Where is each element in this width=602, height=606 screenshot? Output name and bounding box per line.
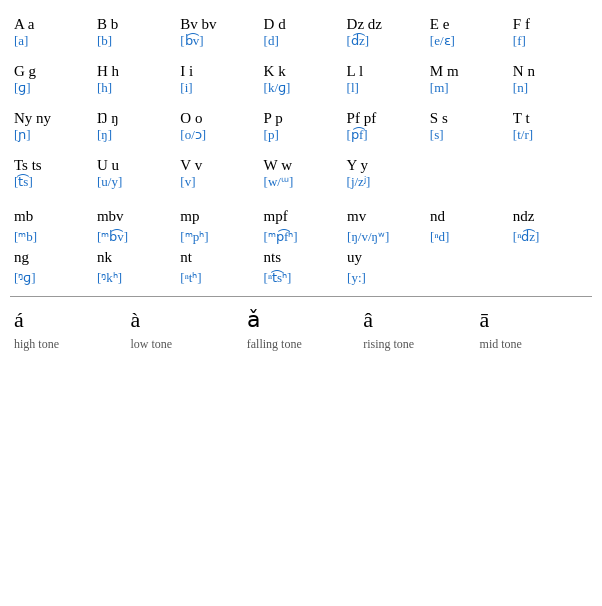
- letter-cell: Bv bv: [176, 8, 259, 33]
- tone-label-cell: high tone: [10, 335, 126, 354]
- ipa-row-0: [a][b][b͡v][d][d͡z][e/ɛ][f]: [10, 33, 592, 55]
- letter-cell: Y y: [343, 149, 426, 174]
- other-ipa-cell: [ᵐpʰ]: [176, 227, 259, 247]
- other-ipa-cell: [ᵑɡ]: [10, 268, 93, 288]
- other-letter-cell: ng: [10, 247, 93, 268]
- other-letter-row-1: ngnkntntsuy: [10, 247, 592, 268]
- ipa-cell: [m]: [426, 80, 509, 102]
- ipa-cell: [j/zʲ]: [343, 174, 426, 196]
- tone-table: áàǎâā high tonelow tonefalling tonerisin…: [10, 305, 592, 354]
- letter-cell: A a: [10, 8, 93, 33]
- ipa-row-1: [ɡ][h][i][k/ɡ][l][m][n]: [10, 80, 592, 102]
- letter-cell: H h: [93, 55, 176, 80]
- ipa-cell: [t͡s]: [10, 174, 93, 196]
- ipa-cell: [426, 174, 509, 196]
- ipa-cell: [ŋ]: [93, 127, 176, 149]
- tone-section: áàǎâā high tonelow tonefalling tonerisin…: [10, 305, 592, 354]
- other-letter-cell: nd: [426, 206, 509, 227]
- tone-char-cell: ā: [476, 305, 592, 335]
- ipa-cell: [k/ɡ]: [260, 80, 343, 102]
- letter-cell: K k: [260, 55, 343, 80]
- ipa-cell: [w/ᵚ]: [260, 174, 343, 196]
- tone-char-cell: à: [126, 305, 242, 335]
- other-ipa-cell: [509, 268, 592, 288]
- ipa-cell: [d͡z]: [343, 33, 426, 55]
- other-letter-cell: ndz: [509, 206, 592, 227]
- letter-cell: Ny ny: [10, 102, 93, 127]
- tone-label-row: high tonelow tonefalling tonerising tone…: [10, 335, 592, 354]
- other-letter-cell: [509, 247, 592, 268]
- other-ipa-row-1: [ᵑɡ][ᵑkʰ][ⁿtʰ][ⁿt͡sʰ][y:]: [10, 268, 592, 288]
- letter-cell: U u: [93, 149, 176, 174]
- letter-cell: I i: [176, 55, 259, 80]
- other-letter-cell: mbv: [93, 206, 176, 227]
- ipa-cell: [d]: [260, 33, 343, 55]
- other-ipa-row-0: [ᵐb][ᵐb͡v][ᵐpʰ][ᵐp͡fʰ][ŋ/v/ŋʷ][ⁿd][ⁿd͡z]: [10, 227, 592, 247]
- ipa-cell: [p]: [260, 127, 343, 149]
- ipa-cell: [a]: [10, 33, 93, 55]
- tone-char-cell: â: [359, 305, 475, 335]
- ipa-cell: [s]: [426, 127, 509, 149]
- other-ipa-cell: [ŋ/v/ŋʷ]: [343, 227, 426, 247]
- letter-cell: Ts ts: [10, 149, 93, 174]
- other-ipa-cell: [426, 268, 509, 288]
- alphabet-table: A aB bBv bvD dDz dzE eF f[a][b][b͡v][d][…: [10, 8, 592, 196]
- ipa-cell: [ɡ]: [10, 80, 93, 102]
- ipa-row-2: [ɲ][ŋ][o/ɔ][p][p͡f][s][t/r]: [10, 127, 592, 149]
- letter-cell: M m: [426, 55, 509, 80]
- tone-char-cell: á: [10, 305, 126, 335]
- tone-char-cell: ǎ: [243, 305, 359, 335]
- ipa-row-3: [t͡s][u/y][v][w/ᵚ][j/zʲ]: [10, 174, 592, 196]
- ipa-cell: [h]: [93, 80, 176, 102]
- letter-row-1: G gH hI iK kL lM mN n: [10, 55, 592, 80]
- ipa-cell: [b]: [93, 33, 176, 55]
- other-letter-row-0: mbmbvmpmpfmvndndz: [10, 206, 592, 227]
- other-ipa-cell: [ᵐp͡fʰ]: [260, 227, 344, 247]
- ipa-cell: [e/ɛ]: [426, 33, 509, 55]
- other-letter-cell: mpf: [260, 206, 344, 227]
- tone-label-cell: rising tone: [359, 335, 475, 354]
- letter-cell: L l: [343, 55, 426, 80]
- letter-cell: F f: [509, 8, 592, 33]
- letter-cell: Pf pf: [343, 102, 426, 127]
- other-ipa-cell: [y:]: [343, 268, 426, 288]
- letter-cell: S s: [426, 102, 509, 127]
- ipa-cell: [t/r]: [509, 127, 592, 149]
- ipa-cell: [i]: [176, 80, 259, 102]
- letter-cell: T t: [509, 102, 592, 127]
- other-letter-cell: uy: [343, 247, 426, 268]
- ipa-cell: [l]: [343, 80, 426, 102]
- letter-row-2: Ny nyŊ ŋO oP pPf pfS sT t: [10, 102, 592, 127]
- letter-cell: V v: [176, 149, 259, 174]
- letter-cell: G g: [10, 55, 93, 80]
- other-ipa-cell: [ᵐb͡v]: [93, 227, 176, 247]
- other-letters-table: mbmbvmpmpfmvndndz[ᵐb][ᵐb͡v][ᵐpʰ][ᵐp͡fʰ][…: [10, 206, 592, 288]
- other-ipa-cell: [ᵐb]: [10, 227, 93, 247]
- letter-row-3: Ts tsU uV vW wY y: [10, 149, 592, 174]
- tone-label-cell: mid tone: [476, 335, 592, 354]
- other-letter-cell: mp: [176, 206, 259, 227]
- other-ipa-cell: [ᵑkʰ]: [93, 268, 176, 288]
- other-ipa-cell: [ⁿd͡z]: [509, 227, 592, 247]
- tone-label-cell: falling tone: [243, 335, 359, 354]
- other-letter-cell: nk: [93, 247, 176, 268]
- other-ipa-cell: [ⁿt͡sʰ]: [260, 268, 344, 288]
- letter-cell: Dz dz: [343, 8, 426, 33]
- letter-cell: Ŋ ŋ: [93, 102, 176, 127]
- other-letter-cell: mv: [343, 206, 426, 227]
- ipa-cell: [ɲ]: [10, 127, 93, 149]
- letter-cell: O o: [176, 102, 259, 127]
- ipa-cell: [v]: [176, 174, 259, 196]
- tone-label-cell: low tone: [126, 335, 242, 354]
- divider: [10, 296, 592, 297]
- ipa-cell: [b͡v]: [176, 33, 259, 55]
- letter-cell: [509, 149, 592, 174]
- letter-cell: P p: [260, 102, 343, 127]
- other-ipa-cell: [ⁿd]: [426, 227, 509, 247]
- letter-cell: D d: [260, 8, 343, 33]
- ipa-cell: [509, 174, 592, 196]
- other-letter-cell: mb: [10, 206, 93, 227]
- ipa-cell: [o/ɔ]: [176, 127, 259, 149]
- other-letter-cell: nts: [260, 247, 344, 268]
- letter-cell: N n: [509, 55, 592, 80]
